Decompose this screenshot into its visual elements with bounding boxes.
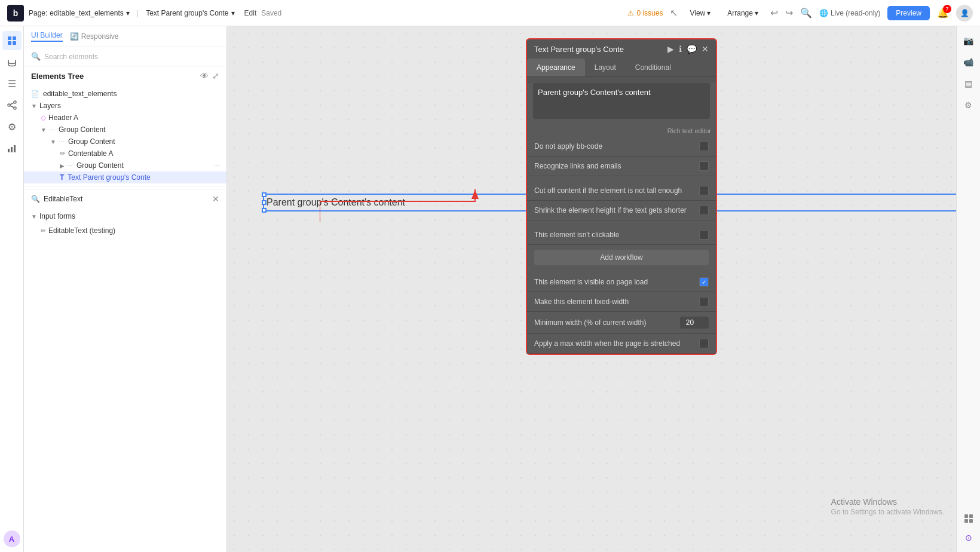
input-forms-arrow: ▼ (31, 213, 37, 220)
not-clickable-checkbox[interactable] (699, 230, 709, 240)
edit-label: Edit (244, 9, 257, 17)
gc2-label: Group Content (68, 137, 115, 146)
ui-builder-icon[interactable] (2, 31, 22, 50)
row-not-clickable: This element isn't clickable (527, 225, 716, 245)
handle-bottom-left[interactable] (262, 208, 267, 213)
cut-off-checkbox[interactable] (699, 186, 709, 195)
element-chevron: ▾ (231, 9, 235, 17)
issues-indicator[interactable]: ⚠ 0 issues (627, 9, 663, 17)
data-icon[interactable] (2, 53, 22, 72)
undo-button[interactable]: ↩ (770, 7, 778, 19)
canvas-text-content: Parent group's Content's content (267, 197, 405, 207)
pointer-icon[interactable]: ↖ (670, 7, 678, 19)
shrink-checkbox[interactable] (699, 206, 709, 215)
tree-layers[interactable]: ▼ Layers (24, 100, 226, 112)
tree-file[interactable]: 📄 editable_text_elements (24, 88, 226, 100)
text-t-icon: T (60, 173, 64, 182)
tree-text-parent[interactable]: T Text Parent group's Conte (24, 171, 226, 183)
saved-label: Saved (261, 9, 281, 17)
visible-load-label: This element is visible on page load (534, 278, 699, 286)
panel-header-icons: ▶ ℹ 💬 ✕ (667, 44, 709, 54)
max-width-checkbox[interactable] (699, 339, 709, 348)
svg-rect-17 (969, 519, 973, 523)
far-right-circle-icon[interactable]: ⊙ (959, 528, 978, 547)
row-shrink: Shrink the element height if the text ge… (527, 201, 716, 220)
chart-icon[interactable] (2, 139, 22, 158)
gc1-label: Group Content (59, 125, 106, 134)
gc2-chevron: ▼ (50, 139, 56, 145)
gc3-icon: ⋯ (67, 162, 73, 169)
layers-label: Layers (39, 102, 61, 110)
preview-button[interactable]: Preview (887, 6, 930, 20)
editable-pencil-icon: ✏ (41, 227, 46, 235)
tree-group-content-2[interactable]: ▼ ⋯ Group Content (24, 136, 226, 148)
tab-ui-builder[interactable]: UI Builder (31, 31, 63, 42)
user-icon[interactable]: A (4, 530, 20, 547)
far-right-layer-icon[interactable]: ▤ (959, 74, 978, 93)
tree-group-content-3[interactable]: ▶ ⋯ Group Content ⋯ (24, 160, 226, 171)
far-right-cog-icon[interactable]: ⚙ (959, 96, 978, 115)
tab-conditional[interactable]: Conditional (626, 59, 681, 76)
visible-load-checkbox[interactable]: ✓ (699, 277, 709, 287)
panel-play-icon[interactable]: ▶ (667, 44, 674, 54)
editable-search-icon: 🔍 (31, 195, 40, 203)
check-icon: ✓ (702, 279, 706, 286)
bb-code-label: Do not apply bb-code (534, 142, 699, 151)
tab-layout[interactable]: Layout (585, 59, 626, 76)
tab-responsive[interactable]: 🔄 Responsive (70, 32, 119, 41)
panel-text-value: Parent group's Content's content (538, 88, 705, 97)
row-max-width: Apply a max width when the page is stret… (527, 334, 716, 354)
editable-close-button[interactable]: ✕ (212, 194, 219, 204)
gc2-icon: ⋯ (59, 139, 65, 145)
far-right-video-icon[interactable]: 📹 (959, 53, 978, 72)
panel-chat-icon[interactable]: 💬 (687, 44, 697, 54)
eye-icon[interactable]: 👁 (200, 71, 209, 81)
svg-rect-2 (8, 41, 11, 45)
notifications-button[interactable]: 🔔 7 (937, 7, 949, 19)
panel-tabs: UI Builder 🔄 Responsive (24, 26, 226, 47)
left-icon-bar: ☰ ⚙ A (0, 26, 24, 552)
arrange-button[interactable]: Arrange▾ (722, 7, 763, 20)
gc3-chevron: ▶ (60, 162, 65, 169)
element-selector[interactable]: Text Parent group's Conte ▾ (146, 9, 234, 17)
tree-group-content-1[interactable]: ▼ ⋯ Group Content (24, 124, 226, 136)
fixed-width-checkbox[interactable] (699, 297, 709, 306)
workflow-icon[interactable] (2, 96, 22, 115)
file-icon: 📄 (31, 90, 39, 98)
far-right-camera-icon[interactable]: 📷 (959, 31, 978, 50)
panel-info-icon[interactable]: ℹ (679, 44, 682, 54)
diamond-icon: ◇ (41, 114, 46, 122)
row-cut-off: Cut off content if the element is not ta… (527, 181, 716, 201)
search-input[interactable] (44, 53, 219, 61)
handle-top-left[interactable] (262, 192, 267, 197)
list-icon[interactable]: ☰ (2, 74, 22, 93)
tree-contentable-a[interactable]: ✏ Contentable A (24, 148, 226, 160)
tab-appearance[interactable]: Appearance (527, 59, 585, 76)
page-selector[interactable]: Page: editable_text_elements ▾ (29, 9, 130, 17)
bb-code-checkbox[interactable] (699, 142, 709, 151)
rich-text-editor-button[interactable]: Rich text editor (527, 125, 716, 137)
left-panel: UI Builder 🔄 Responsive 🔍 Elements Tree … (24, 26, 227, 552)
canvas[interactable]: ⚙ Parent group's Content's content Text … (227, 26, 980, 552)
svg-rect-12 (14, 145, 16, 152)
handle-mid-left[interactable] (262, 200, 267, 205)
add-workflow-button[interactable]: Add workflow (534, 250, 709, 265)
editable-text-testing[interactable]: ✏ EditableText (testing) (24, 224, 226, 237)
recognize-links-checkbox[interactable] (699, 161, 709, 171)
settings-icon[interactable]: ⚙ (2, 117, 22, 136)
svg-rect-1 (13, 36, 16, 40)
search-button[interactable]: 🔍 (800, 7, 812, 19)
min-width-input[interactable] (680, 317, 709, 329)
svg-point-7 (14, 107, 16, 109)
far-right-grid-icon[interactable] (959, 509, 978, 528)
tree-header-a[interactable]: ◇ Header A (24, 112, 226, 124)
panel-close-icon[interactable]: ✕ (702, 44, 709, 54)
view-button[interactable]: View▾ (685, 7, 715, 20)
redo-button[interactable]: ↪ (785, 7, 793, 19)
expand-icon[interactable]: ⤢ (212, 71, 219, 81)
row-visible-load: This element is visible on page load ✓ (527, 272, 716, 292)
panel-text-input-area[interactable]: Parent group's Content's content (533, 83, 710, 119)
max-width-label: Apply a max width when the page is stret… (534, 339, 699, 348)
user-avatar[interactable]: 👤 (956, 5, 973, 22)
input-forms-header[interactable]: ▼ Input forms (24, 208, 226, 224)
